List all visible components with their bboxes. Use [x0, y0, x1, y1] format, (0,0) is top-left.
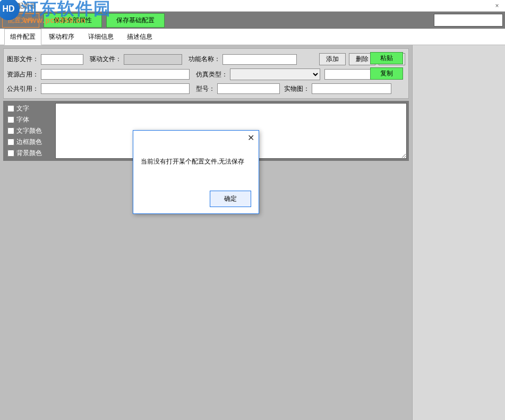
dialog-message: 当前没有打开某个配置文件,无法保存	[133, 131, 259, 166]
dialog-ok-button[interactable]: 确定	[210, 191, 251, 207]
modal-overlay: ✕ 当前没有打开某个配置文件,无法保存 确定	[0, 0, 505, 420]
dialog-close-icon[interactable]: ✕	[247, 133, 254, 143]
dialog: ✕ 当前没有打开某个配置文件,无法保存 确定	[133, 130, 259, 214]
